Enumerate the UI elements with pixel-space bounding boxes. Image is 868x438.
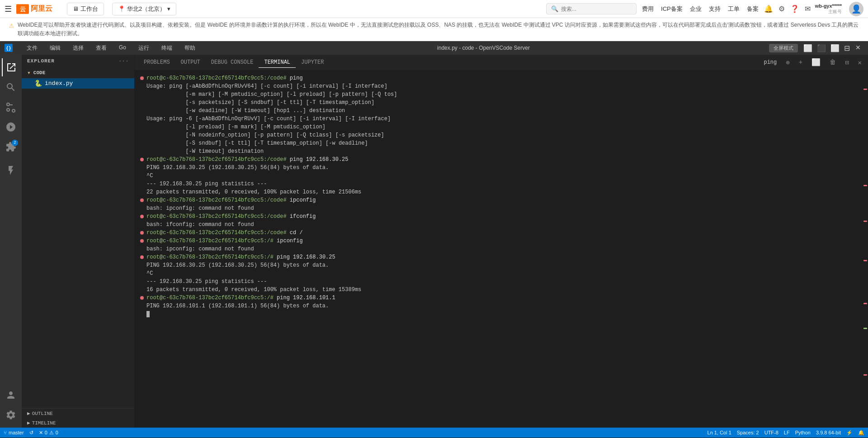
sidebar-item-extensions[interactable]: 2 [2, 138, 20, 156]
status-language[interactable]: Python [795, 430, 811, 435]
folder-name: CODE [33, 70, 45, 75]
sidebar-title: EXPLORER [27, 58, 55, 64]
terminal-line: ^C [140, 172, 857, 180]
line-ending-text: LF [784, 430, 790, 435]
status-position[interactable]: Ln 1, Col 1 [708, 430, 731, 435]
prompt-command: ping 192.168.30.25 [274, 254, 335, 260]
layout-icon-2[interactable]: ⬛ [815, 44, 828, 52]
prompt-command: ipconfig [287, 197, 316, 203]
tab-terminal[interactable]: TERMINAL [259, 57, 296, 68]
menu-edit[interactable]: 编辑 [47, 43, 63, 53]
nav-cost[interactable]: 费用 [642, 5, 654, 13]
workbench-button[interactable]: 🖥 工作台 [67, 3, 104, 15]
status-spaces[interactable]: Spaces: 2 [737, 430, 759, 435]
terminal-trash-icon[interactable]: 🗑 [827, 58, 839, 67]
help-icon[interactable]: ❓ [790, 5, 799, 13]
sidebar-header: EXPLORER ··· [22, 55, 134, 67]
status-bar: ⑂ master ↺ ✕ 0 ⚠ 0 Ln 1, Col 1 Spa [0, 428, 868, 438]
prompt-dot-icon [140, 76, 144, 80]
hamburger-menu-icon[interactable]: ☰ [5, 4, 12, 14]
status-python-version[interactable]: 3.9.8 64-bit [816, 430, 841, 435]
menu-run[interactable]: 运行 [136, 43, 152, 53]
output-text: Usage: ping [-aAbBdDfhLnOqrRUvV64] [-c c… [140, 82, 857, 90]
menu-file[interactable]: 文件 [24, 43, 40, 53]
terminal-add-icon[interactable]: + [796, 58, 805, 67]
search-icon: 🔍 [551, 5, 558, 12]
avatar[interactable]: 👤 [849, 2, 863, 16]
output-text: ^C [140, 172, 857, 180]
prompt-dot-icon [140, 255, 144, 259]
fullscreen-button[interactable]: 全屏模式 [769, 44, 798, 52]
sidebar-item-explorer[interactable] [2, 58, 20, 76]
status-encoding[interactable]: UTF-8 [764, 430, 778, 435]
status-remote[interactable]: ⚡ [846, 430, 853, 436]
file-name: index.py [45, 80, 73, 87]
menu-terminal[interactable]: 终端 [159, 43, 175, 53]
search-input[interactable] [561, 6, 615, 12]
close-icon[interactable]: ✕ [853, 44, 863, 52]
terminal-close-icon[interactable]: ✕ [855, 58, 864, 67]
output-text: [-W timeout] destination [140, 147, 857, 155]
python-file-icon: 🐍 [34, 80, 42, 87]
user-info[interactable]: wb-gyx***** 主账号 👤 [815, 2, 863, 16]
sidebar-item-run[interactable] [2, 118, 20, 136]
svg-text:云: 云 [20, 6, 26, 13]
output-text: ^C [140, 269, 857, 278]
prompt-path: root@c-63c7b768-137bc2cf65714bfc9cc5:/co… [146, 230, 287, 236]
status-line-ending[interactable]: LF [784, 430, 790, 435]
terminal-line: PING 192.168.30.25 (192.168.30.25) 56(84… [140, 261, 857, 269]
layout-icon-1[interactable]: ⬜ [802, 44, 814, 52]
nav-console[interactable]: 备案 [747, 5, 759, 13]
sidebar-file-index-py[interactable]: 🐍 index.py [22, 78, 134, 89]
python-version-text: 3.9.8 64-bit [816, 430, 841, 435]
prompt-path: root@c-63c7b768-137bc2cf65714bfc9cc5:/co… [146, 213, 287, 220]
sidebar-item-test[interactable] [2, 161, 20, 179]
terminal-cursor [146, 311, 150, 317]
tab-output[interactable]: OUTPUT [175, 57, 206, 68]
status-notification[interactable]: 🔔 [858, 430, 864, 436]
nav-support[interactable]: 支持 [709, 5, 721, 13]
output-text: [-s packetsize] [-S sndbuf] [-t ttl] [-T… [140, 99, 857, 107]
terminal-maximize-icon[interactable]: ⊟ [842, 58, 851, 67]
terminal-scrollbar[interactable] [863, 71, 868, 428]
sidebar-item-search[interactable] [2, 78, 20, 96]
nav-ticket[interactable]: 工单 [728, 5, 740, 13]
sidebar-item-source-control[interactable] [2, 98, 20, 116]
nav-icp[interactable]: ICP备案 [661, 5, 683, 13]
menu-help[interactable]: 帮助 [182, 43, 198, 53]
notification-icon[interactable]: 🔔 [764, 5, 773, 13]
output-text: bash: ipconfig: command not found [140, 204, 857, 212]
terminal-line: root@c-63c7b768-137bc2cf65714bfc9cc5:/co… [140, 229, 857, 237]
terminal-split-icon[interactable]: ⬜ [809, 57, 823, 68]
menu-view[interactable]: 查看 [93, 43, 109, 53]
message-icon[interactable]: ✉ [805, 5, 811, 13]
info-text: WebIDE是可以帮助开发者快速进行代码测试、以及项目构建、依赖安装。但是 We… [18, 21, 859, 38]
terminal-line: [-l preload] [-m mark] [-M pmtudisc_opti… [140, 123, 857, 131]
settings-icon[interactable]: ⚙ [778, 5, 785, 13]
sidebar-folder-code[interactable]: ▾ CODE [22, 67, 134, 78]
run-debug-icon [5, 122, 16, 132]
status-errors[interactable]: ✕ 0 ⚠ 0 [39, 430, 58, 436]
menu-go[interactable]: Go [116, 43, 129, 53]
layout-icon-3[interactable]: ⬜ [829, 44, 841, 52]
tab-problems[interactable]: PROBLEMS [138, 57, 175, 68]
terminal-output[interactable]: root@c-63c7b768-137bc2cf65714bfc9cc5:/co… [135, 71, 863, 428]
sidebar-item-account[interactable] [2, 386, 20, 404]
tab-jupyter[interactable]: JUPYTER [296, 57, 329, 68]
terminal-line: ^C [140, 269, 857, 278]
prompt-path: root@c-63c7b768-137bc2cf65714bfc9cc5:/# [146, 238, 274, 244]
tab-debug-console[interactable]: DEBUG CONSOLE [206, 57, 259, 68]
sidebar-item-settings[interactable] [2, 406, 20, 424]
status-sync[interactable]: ↺ [29, 430, 33, 436]
new-terminal-icon[interactable]: ⊕ [783, 58, 792, 67]
region-selector[interactable]: 📍 华北2（北京） ▾ [112, 3, 176, 15]
search-box[interactable]: 🔍 [546, 3, 637, 14]
sidebar-more-icon[interactable]: ··· [118, 58, 129, 64]
layout-icon-4[interactable]: ⊟ [842, 44, 852, 52]
sidebar-timeline[interactable]: ▶ TIMELINE [22, 418, 134, 428]
status-branch[interactable]: ⑂ master [4, 430, 24, 435]
nav-enterprise[interactable]: 企业 [690, 5, 702, 13]
terminal-tabs: PROBLEMS OUTPUT DEBUG CONSOLE TERMINAL J… [135, 55, 868, 71]
sidebar-outline[interactable]: ▶ OUTLINE [22, 409, 134, 418]
menu-selection[interactable]: 选择 [70, 43, 86, 53]
